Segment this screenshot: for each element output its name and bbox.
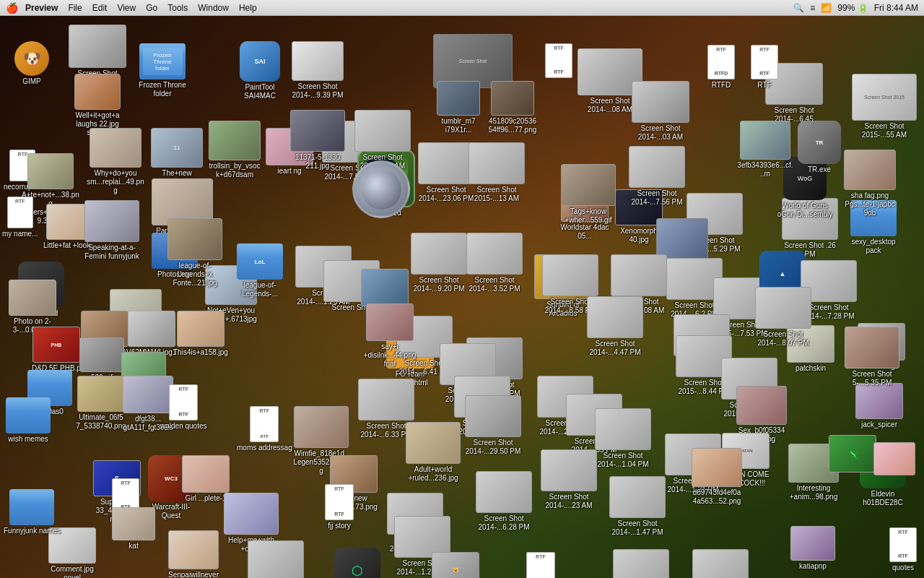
desktop-item-screenshot-person[interactable]: Screen Shot 5-...5.35 PM [843, 327, 901, 387]
desktop-item-pony[interactable] [873, 442, 915, 475]
desktop-item-jack-spicer[interactable]: jack_spicer [855, 383, 903, 429]
desktop-item-screenshot-639[interactable]: Screen Shot 2014-...6.39 PM [247, 540, 305, 578]
desktop-item-screenshot-939[interactable]: Screen Shot 2014-...9.39 PM [289, 41, 346, 100]
desktop-item-league[interactable]: LoL league-of- Legends-... [231, 243, 289, 298]
desktop-item-moms-phone[interactable]: RTF moms phone [520, 552, 562, 578]
menubar-right: 🔍 ≡ 📶 99% 🔋 Fri 8:44 AM [793, 3, 918, 13]
desktop-item-tags-know[interactable]: Tags+know +wher...559.gif [559, 164, 617, 225]
desktop-item-tumblr[interactable]: tumblr_m7 i79X1r... [430, 81, 487, 134]
desktop-item-league-jpg[interactable]: league-of-Legends+x Fonte...21.jpg [166, 218, 224, 288]
desktop-item-walden[interactable]: RTF walden quotes [160, 384, 207, 431]
desktop-item-myname[interactable]: my name... [2, 197, 38, 238]
battery-indicator: 99% 🔋 [837, 3, 868, 13]
desktop-item-screenshot-104[interactable]: Screen Shot 2014-...1.04 PM [594, 408, 652, 469]
desktop-item-screenshot-147[interactable]: Screen Shot 2014-...1.47 PM [609, 476, 666, 537]
desktop-item-screenshot-topcenter[interactable]: Screen Shot [433, 34, 513, 88]
desktop-item-frozen-throne[interactable]: FrozenThronefolder Frozen Throne folder [134, 43, 191, 98]
menu-go[interactable]: Go [146, 3, 157, 13]
desktop-item-screenshot-628[interactable]: Screen Shot 2014-...6.28 PM [475, 471, 533, 532]
menu-help[interactable]: Help [239, 3, 257, 13]
desktop-item-speaking[interactable]: Speaking-at-a-Femini funnyjunk [83, 200, 141, 261]
gimp-label: GIMP [22, 77, 41, 86]
menu-edit[interactable]: Edit [92, 3, 108, 13]
desktop-item-d69743fd[interactable]: d69743fd4ef0a 4a563...52.png [688, 448, 746, 506]
desktop-item-why-do[interactable]: Why+do+you sm...replai...49.png [87, 128, 144, 195]
list-icon[interactable]: ≡ [810, 3, 815, 13]
desktop-item-funnyjunk-names[interactable]: Funnyjunk names [4, 489, 61, 535]
app-name[interactable]: Preview [25, 3, 58, 13]
desktop-item-screenshot-16am[interactable]: Screen Shot 2014-....16 AM [692, 549, 749, 578]
menu-tools[interactable]: Tools [167, 3, 188, 13]
menubar: 🍎 Preview File Edit View Go Tools Window… [0, 0, 924, 16]
desktop-item-screenshot-920[interactable]: Screen Shot 2014-...9.20 PM [410, 233, 468, 293]
desktop-item-tha-fag[interactable]: sha fag.png Pgs...te-1 japbc 9db [841, 150, 899, 217]
desktop-item-screenshot-3am[interactable]: Screen Shot 2014-...03 AM [632, 81, 689, 142]
desktop-item-fjj-story[interactable]: RTF fjj story [325, 484, 354, 530]
desktop-item-screenshot-807[interactable]: Screen Shot 2014-...8.07 PM [754, 287, 812, 348]
desktop-item-rtf2[interactable]: RTF RTF [751, 45, 778, 90]
desktop-item-screenshot-447[interactable]: Screen Shot 2014-...4.47 PM [586, 296, 644, 357]
desktop-item-quotes-rtf[interactable]: RTF quotes [889, 527, 917, 572]
apple-menu[interactable]: 🍎 [6, 2, 18, 14]
desktop-item-moms-address[interactable]: RTF moms addressag [237, 406, 292, 452]
desktop-item-rtf1[interactable]: RTF [545, 43, 572, 78]
desktop-item-this4is[interactable]: This4is+a158.jpg [173, 311, 228, 357]
desktop-item-screenshot-352[interactable]: Screen Shot 2014-...3.52 PM [466, 233, 523, 293]
desktop-item-gimp[interactable]: 🐶 GIMP [14, 41, 49, 86]
desktop-item-451809[interactable]: 451809c20536 54ff96...77.png [484, 81, 541, 134]
desktop-item-screenshot-2950[interactable]: Screen Shot 2014-...29.50 PM [464, 395, 522, 456]
desktop-item-senpai[interactable]: Senpaiwillnever noticeyou.jpg [165, 530, 222, 578]
desktop-item-screenshot-2306[interactable]: Screen Shot 2014-...23.06 PM [417, 142, 475, 203]
desktop-item-screenshot-13am[interactable]: Screen Shot 2015-...13 AM [468, 142, 526, 203]
desktop-item-screenshot-756[interactable]: Screen Shot 2014-...7.56 PM [628, 146, 686, 207]
desktop-item-say-i[interactable]: say+i +disilnk...44.png fnaf [361, 303, 419, 368]
menu-file[interactable]: File [68, 3, 82, 13]
desktop-item-kat[interactable]: kat [112, 507, 155, 551]
desktop-item-adult-world[interactable]: Adult+world +ruled...236.jpg [404, 422, 462, 483]
clock: Fri 8:44 AM [874, 3, 918, 13]
desktop-item-11371[interactable]: 11371-5-1330 211.jpg [289, 110, 346, 171]
desktop-item-trollsin[interactable]: trollsin_by_vsoc k+d67dsam [206, 121, 263, 179]
desktop-item-atlauncher[interactable]: ⬡ ATLauncher-2 [334, 548, 380, 578]
desktop-item-screenshot-bottom[interactable]: 🐱 Screen Shot [432, 552, 479, 578]
desktop-item-wish-memes[interactable]: wish memes [6, 397, 51, 444]
wifi-icon: 📶 [821, 3, 832, 13]
desktop-item-gecko[interactable]: 🦎 [829, 435, 876, 473]
desktop-item-screenshot-2015[interactable]: Screen Shot 2015 Screen Shot 2015-...55 … [852, 74, 917, 139]
desktop-item-screenshot-615[interactable]: Screen Shot 2014-...6.15 PM [612, 549, 670, 578]
desktop-item-tr-exe[interactable]: TR TR.exe [798, 121, 841, 174]
desktop-item-v62[interactable]: V62MWWLjpg1 [126, 311, 176, 357]
desktop-item-katiapnp[interactable]: katiapnp [790, 526, 835, 571]
menu-view[interactable]: View [117, 3, 136, 13]
desktop-item-painttool[interactable]: SAI PaintTool SAI4MAC [231, 41, 289, 100]
desktop-item-screenshot-top[interactable]: Screen Shot [69, 25, 126, 78]
desktop-item-3efb[interactable]: 3efb34393e6...cf...m [736, 121, 794, 178]
menu-window[interactable]: Window [198, 3, 229, 13]
desktop-item-steam-center[interactable] [352, 160, 410, 218]
spotlight-icon[interactable]: 🔍 [793, 3, 804, 13]
desktop-item-the-new[interactable]: 11 The+new conte...21.jpg [148, 128, 206, 186]
desktop-item-screenshot-23am[interactable]: Screen Shot 2014-....23 AM [540, 449, 598, 510]
desktop-item-rtfd[interactable]: RTFD RTFD [707, 45, 735, 90]
desktop: 🐶 GIMP Screen Shot Well+it+got+a laughs … [0, 16, 924, 578]
